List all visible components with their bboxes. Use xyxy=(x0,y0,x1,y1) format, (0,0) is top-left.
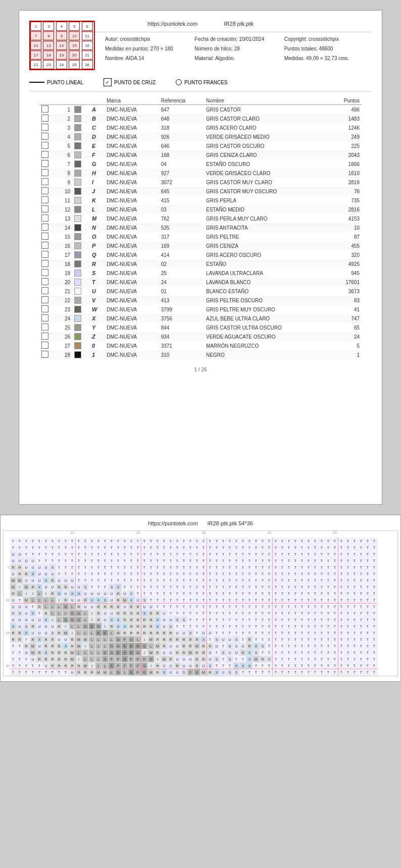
row-checkbox[interactable] xyxy=(41,342,48,349)
stitch-cell-9-18: X xyxy=(128,597,135,604)
row-checkbox[interactable] xyxy=(41,115,48,122)
row-checkbox[interactable] xyxy=(41,133,48,140)
stitch-cell-6-18: T xyxy=(128,577,135,584)
stitch-cell-9-39: T xyxy=(266,597,273,604)
stitch-cell-10-44: T xyxy=(299,604,306,610)
row-checkbox[interactable] xyxy=(41,105,48,113)
row-checkbox[interactable] xyxy=(41,305,48,312)
stitch-cell-10-51: T xyxy=(345,604,352,610)
thumb-cell-6[interactable]: 6 xyxy=(82,22,93,31)
stitch-cell-11-11: L xyxy=(82,610,89,617)
row-color-box xyxy=(74,251,81,258)
row-checkbox[interactable] xyxy=(41,142,48,149)
stitch-cell-8-52: T xyxy=(352,590,358,597)
thumb-cell-4[interactable]: 4 xyxy=(56,22,67,31)
thumb-cell-26[interactable]: 26 xyxy=(82,60,93,69)
thumb-cell-9[interactable]: 9 xyxy=(56,31,67,40)
stitch-cell-20-20: G xyxy=(141,669,148,676)
stitch-cell-4-6: S xyxy=(49,564,56,571)
table-row: 14NDMC-NUEVA535GRIS ANTRACITA10 xyxy=(39,223,362,232)
row-checkbox[interactable] xyxy=(41,287,48,294)
row-checkbox[interactable] xyxy=(41,260,48,267)
stitch-cell-11-37: T xyxy=(253,610,260,617)
stitch-cell-2-33: T xyxy=(227,551,233,558)
stitch-cell-4-14: T xyxy=(102,564,109,571)
row-checkbox[interactable] xyxy=(41,333,48,340)
stitch-cell-8-28: T xyxy=(194,590,201,597)
row-brand: DMC-NUEVA xyxy=(105,332,159,341)
stitch-cell-13-21: R xyxy=(148,623,155,630)
stitch-cell-14-12: L xyxy=(89,630,95,636)
stitch-cell-3-46: T xyxy=(312,558,319,564)
thumb-cell-8[interactable]: 8 xyxy=(43,31,54,40)
stitch-cell-0-51: T xyxy=(345,538,352,545)
thumb-cell-23[interactable]: 23 xyxy=(43,60,54,69)
row-color-box xyxy=(74,142,81,149)
thumb-cell-11[interactable]: 11 xyxy=(82,31,93,40)
row-checkbox[interactable] xyxy=(41,314,48,321)
row-checkbox[interactable] xyxy=(41,151,48,158)
thumb-cell-12[interactable]: 12 xyxy=(30,41,41,50)
stitch-cell-18-27: U xyxy=(187,656,194,663)
row-symbol: 1 xyxy=(90,350,105,359)
stitch-cell-3-31: T xyxy=(214,558,220,564)
stitch-cell-14-16: M xyxy=(115,630,122,636)
thumb-cell-14[interactable]: 14 xyxy=(56,41,67,50)
thumb-cell-7[interactable]: 7 xyxy=(30,31,41,40)
row-color-box xyxy=(74,333,81,340)
stitch-cell-12-27: T xyxy=(187,617,194,623)
stitch-cell-0-40: T xyxy=(273,538,279,545)
stitch-cell-10-50: T xyxy=(338,604,345,610)
row-checkbox[interactable] xyxy=(41,178,48,185)
row-checkbox[interactable] xyxy=(41,242,48,249)
stitch-cell-4-16: T xyxy=(115,564,122,571)
row-checkbox[interactable] xyxy=(41,187,48,194)
thumb-cell-21[interactable]: 21 xyxy=(82,50,93,60)
row-checkbox[interactable] xyxy=(41,251,48,258)
stitch-cell-9-17: M xyxy=(122,597,128,604)
row-checkbox[interactable] xyxy=(41,205,48,212)
stitch-cell-0-39: T xyxy=(266,538,273,545)
col-header-47 xyxy=(319,531,325,538)
thumb-cell-24[interactable]: 24 xyxy=(56,60,67,69)
row-checkbox[interactable] xyxy=(41,296,48,303)
stitch-cell-2-36: T xyxy=(246,551,253,558)
stitch-cell-20-38: T xyxy=(260,669,266,676)
stitch-cell-8-55: T xyxy=(371,590,378,597)
stitch-cell-18-22: I xyxy=(155,656,161,663)
stitch-cell-19-2: T xyxy=(23,663,30,669)
stitch-cell-7-31: T xyxy=(214,584,220,590)
thumb-cell-22[interactable]: 22 xyxy=(30,60,41,69)
thumb-cell-5[interactable]: 5 xyxy=(69,22,80,31)
row-checkbox[interactable] xyxy=(41,233,48,240)
thumb-cell-25[interactable]: 25 xyxy=(69,60,80,69)
table-header-row: Marca Referencia Nombre Puntos xyxy=(39,97,362,105)
row-checkbox[interactable] xyxy=(41,278,48,285)
thumb-cell-19[interactable]: 19 xyxy=(56,50,67,60)
measure-info: Medidas: 49,09 × 32,73 cms. xyxy=(284,56,372,61)
stitch-cell-6-35: T xyxy=(240,577,246,584)
row-color-box xyxy=(74,351,81,358)
thumb-cell-16[interactable]: 16 xyxy=(82,41,93,50)
row-checkbox[interactable] xyxy=(41,323,48,331)
row-checkbox[interactable] xyxy=(41,224,48,231)
thumb-cell-2[interactable]: 2 xyxy=(30,22,41,31)
row-checkbox[interactable] xyxy=(41,269,48,276)
row-checkbox[interactable] xyxy=(41,196,48,203)
row-checkbox[interactable] xyxy=(41,169,48,176)
row-checkbox[interactable] xyxy=(41,351,48,358)
row-checkbox[interactable] xyxy=(41,160,48,167)
stitch-cell-10-54: T xyxy=(365,604,371,610)
thumb-cell-15[interactable]: 15 xyxy=(69,41,80,50)
row-checkbox[interactable] xyxy=(41,214,48,222)
thumb-cell-13[interactable]: 13 xyxy=(43,41,54,50)
thumb-cell-18[interactable]: 18 xyxy=(43,50,54,60)
thumb-cell-3[interactable]: 3 xyxy=(43,22,54,31)
thumb-cell-10[interactable]: 10 xyxy=(69,31,80,40)
cross-symbol: ✓ xyxy=(104,78,112,86)
thumb-cell-17[interactable]: 17 xyxy=(30,50,41,60)
stitch-cell-8-19: T xyxy=(135,590,141,597)
thumb-cell-20[interactable]: 20 xyxy=(69,50,80,60)
row-checkbox[interactable] xyxy=(41,124,48,131)
row-points: 41 xyxy=(330,305,362,314)
